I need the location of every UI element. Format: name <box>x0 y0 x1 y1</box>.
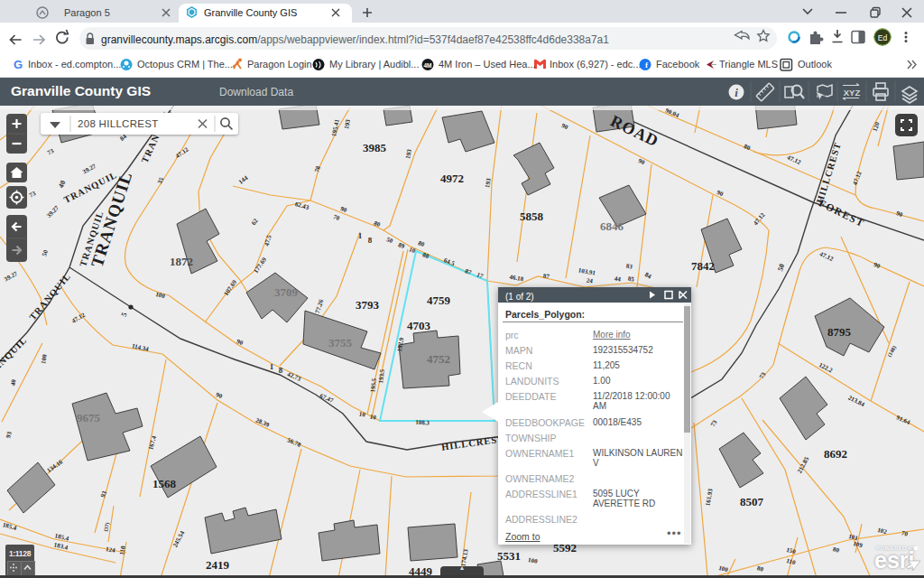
svg-text:1: 1 <box>358 231 363 240</box>
svg-text:2419: 2419 <box>206 558 230 572</box>
svg-text:5531: 5531 <box>497 549 521 563</box>
svg-text:3985: 3985 <box>363 141 387 154</box>
svg-text:7842: 7842 <box>691 259 715 273</box>
svg-text:1568: 1568 <box>152 477 177 490</box>
svg-text:108.3: 108.3 <box>415 419 430 427</box>
svg-text:8692: 8692 <box>824 447 847 461</box>
svg-text:i: i <box>735 86 738 99</box>
svg-text:4759: 4759 <box>427 294 451 307</box>
svg-text:3709: 3709 <box>274 285 299 299</box>
svg-text:9675: 9675 <box>77 411 101 424</box>
svg-text:8507: 8507 <box>740 495 764 508</box>
svg-text:8: 8 <box>279 366 283 375</box>
svg-text:8: 8 <box>368 236 373 245</box>
svg-text:1872: 1872 <box>170 255 193 268</box>
svg-text:3793: 3793 <box>356 298 380 312</box>
svg-text:4M: 4M <box>423 62 431 69</box>
svg-text:G: G <box>14 58 23 71</box>
svg-text:8795: 8795 <box>827 325 852 339</box>
svg-text:4972: 4972 <box>440 172 464 185</box>
svg-text:1: 1 <box>270 362 274 371</box>
svg-text:Ed: Ed <box>878 33 888 42</box>
svg-text:5858: 5858 <box>520 210 544 223</box>
svg-text:4752: 4752 <box>427 352 450 366</box>
svg-text:6846: 6846 <box>600 219 624 233</box>
svg-text:XYZ: XYZ <box>844 88 861 98</box>
svg-text:3755: 3755 <box>328 336 353 350</box>
svg-text:4703: 4703 <box>407 319 431 332</box>
